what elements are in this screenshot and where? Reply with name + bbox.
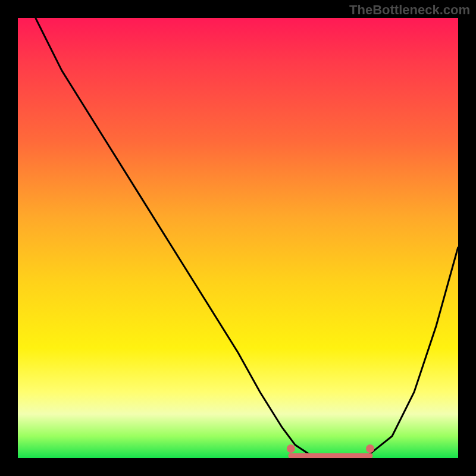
bottleneck-curve-svg: [18, 18, 458, 458]
bottleneck-curve-path: [36, 18, 458, 458]
flat-start-dot: [287, 444, 295, 453]
flat-end-dot: [366, 444, 374, 453]
plot-area: [18, 18, 458, 458]
attribution-text: TheBottleneck.com: [349, 2, 470, 18]
